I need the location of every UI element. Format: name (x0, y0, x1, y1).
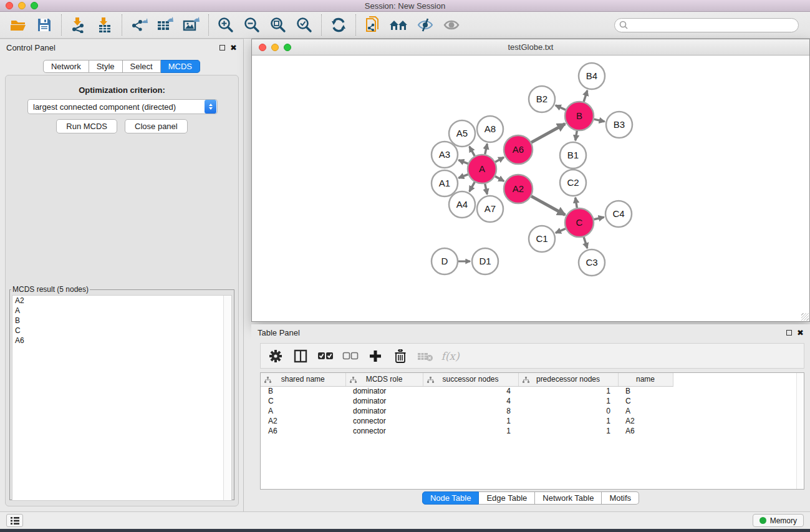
table-cell[interactable]: 4 (423, 396, 518, 406)
memory-button[interactable]: Memory (753, 514, 804, 527)
result-list-item[interactable]: A6 (12, 336, 231, 346)
node-table-grid[interactable]: shared nameMCDS rolesuccessor nodesprede… (261, 373, 673, 436)
table-cell[interactable]: dominator (345, 396, 423, 406)
edge-A-A2[interactable] (495, 177, 504, 181)
run-mcds-button[interactable]: Run MCDS (56, 119, 117, 133)
deselect-all-button[interactable] (339, 346, 362, 367)
tab-select[interactable]: Select (123, 60, 161, 73)
float-table-panel-icon[interactable] (786, 330, 792, 336)
close-window-button[interactable] (6, 2, 13, 9)
network-graph[interactable]: AA1A2A3A4A5A6A7A8BB1B2B3B4CC1C2C3C4DD1 (253, 56, 809, 321)
tab-motifs[interactable]: Motifs (602, 491, 639, 505)
result-list-item[interactable]: C (12, 326, 231, 336)
result-list-item[interactable]: A (12, 306, 231, 316)
search-input[interactable] (614, 18, 799, 32)
edge-C-C2[interactable] (576, 198, 577, 208)
edge-C-C4[interactable] (594, 217, 604, 220)
edge-A-A8[interactable] (485, 144, 487, 155)
export-table-button[interactable] (152, 13, 178, 37)
tab-mcds[interactable]: MCDS (161, 60, 200, 73)
close-panel-icon[interactable]: ✖ (230, 44, 237, 52)
minimize-window-button[interactable] (18, 2, 26, 9)
table-row[interactable]: A6connector11A6 (261, 426, 673, 436)
close-table-panel-icon[interactable]: ✖ (797, 329, 804, 337)
table-cell[interactable]: A2 (618, 416, 673, 426)
result-scrollbar[interactable] (223, 296, 231, 500)
zoom-fit-button[interactable] (265, 13, 291, 37)
column-header-predecessor-nodes[interactable]: predecessor nodes (518, 373, 618, 386)
table-cell[interactable]: 0 (518, 406, 618, 416)
table-cell[interactable]: dominator (345, 386, 423, 396)
home-button[interactable] (386, 13, 412, 37)
table-cell[interactable]: A (618, 406, 673, 416)
close-panel-button[interactable]: Close panel (125, 119, 188, 133)
window-resize-grip[interactable] (801, 313, 809, 321)
column-header-name[interactable]: name (618, 373, 673, 386)
table-options-button[interactable] (264, 346, 287, 367)
tab-network[interactable]: Network (43, 60, 89, 73)
edge-B-B3[interactable] (594, 119, 604, 122)
zoom-network-window-button[interactable] (284, 44, 291, 51)
criterion-dropdown[interactable]: largest connected component (directed) (27, 99, 218, 114)
column-header-successor-nodes[interactable]: successor nodes (423, 373, 518, 386)
add-column-button[interactable] (364, 346, 387, 367)
edge-B-B2[interactable] (556, 105, 566, 110)
result-list-item[interactable]: B (12, 316, 231, 326)
edge-A6-B[interactable] (531, 124, 565, 143)
zoom-out-button[interactable] (239, 13, 265, 37)
network-canvas[interactable]: AA1A2A3A4A5A6A7A8BB1B2B3B4CC1C2C3C4DD1 (253, 56, 809, 321)
edge-A-A4[interactable] (470, 182, 475, 191)
column-header-shared-name[interactable]: shared name (261, 373, 345, 386)
close-network-window-button[interactable] (259, 44, 266, 51)
float-panel-icon[interactable] (219, 45, 225, 51)
table-cell[interactable]: A6 (618, 426, 673, 436)
table-cell[interactable]: dominator (345, 406, 423, 416)
edge-A-A7[interactable] (485, 184, 487, 195)
table-cell[interactable]: 1 (518, 416, 618, 426)
edge-A2-C[interactable] (531, 196, 565, 215)
table-cell[interactable]: 1 (518, 396, 618, 406)
table-cell[interactable]: connector (345, 416, 423, 426)
delete-table-button[interactable] (414, 346, 436, 367)
minimize-network-window-button[interactable] (271, 44, 279, 51)
table-cell[interactable]: B (618, 386, 673, 396)
tab-edge-table[interactable]: Edge Table (479, 491, 535, 505)
import-table-button[interactable] (92, 13, 118, 37)
table-row[interactable]: Cdominator41C (261, 396, 673, 406)
tab-node-table[interactable]: Node Table (422, 491, 480, 505)
function-builder-button[interactable]: f(x) (439, 346, 461, 367)
edge-A-A5[interactable] (470, 147, 475, 156)
open-session-button[interactable] (5, 13, 31, 37)
result-list-item[interactable]: A2 (12, 296, 231, 306)
table-row[interactable]: Bdominator41B (261, 386, 673, 396)
delete-column-button[interactable] (389, 346, 412, 367)
hide-panels-button[interactable] (412, 13, 438, 37)
table-cell[interactable]: 1 (518, 386, 618, 396)
edge-A-A1[interactable] (458, 175, 468, 178)
table-row[interactable]: A2connector11A2 (261, 416, 673, 426)
edge-B-B1[interactable] (576, 131, 577, 141)
table-cell[interactable]: A6 (261, 426, 345, 436)
table-cell[interactable]: 1 (423, 416, 518, 426)
table-cell[interactable]: B (261, 386, 345, 396)
edge-A-A3[interactable] (458, 160, 468, 164)
show-panels-button[interactable] (438, 13, 465, 37)
tab-style[interactable]: Style (89, 60, 123, 73)
table-cell[interactable]: 1 (423, 426, 518, 436)
tab-network-table[interactable]: Network Table (535, 491, 602, 505)
network-window-titlebar[interactable]: testGlobe.txt (252, 39, 809, 56)
table-cell[interactable]: C (261, 396, 345, 406)
export-network-button[interactable] (126, 13, 152, 37)
zoom-selected-button[interactable] (291, 13, 317, 37)
task-history-button[interactable] (6, 514, 23, 527)
table-scrollbar[interactable] (796, 373, 804, 489)
select-all-button[interactable] (314, 346, 337, 367)
save-session-button[interactable] (31, 13, 57, 37)
column-header-MCDS-role[interactable]: MCDS role (345, 373, 423, 386)
table-cell[interactable]: connector (345, 426, 423, 436)
node-table[interactable]: shared nameMCDS rolesuccessor nodesprede… (260, 372, 804, 490)
table-cell[interactable]: A2 (261, 416, 345, 426)
edge-A-A6[interactable] (495, 157, 504, 162)
table-cell[interactable]: 1 (518, 426, 618, 436)
table-row[interactable]: Adominator80A (261, 406, 673, 416)
